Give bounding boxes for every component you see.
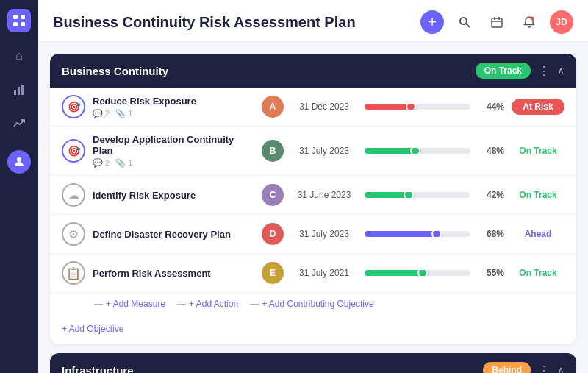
section-header-infrastructure: Infrastructure Behind ⋮ ∧: [50, 353, 576, 373]
progress-pct-1: 48%: [478, 146, 504, 156]
obj-avatar-4: E: [262, 262, 284, 284]
obj-status-2: On Track: [512, 187, 564, 203]
header-actions: + JD: [420, 10, 573, 34]
progress-pct-2: 42%: [478, 190, 504, 200]
objective-row-4: 📋 Perform Risk Assessment E 31 July 2021…: [50, 254, 576, 293]
obj-date-1: 31 July 2023: [291, 146, 357, 156]
progress-thumb-3: [431, 231, 442, 237]
svg-rect-6: [21, 85, 24, 95]
add-objective-button[interactable]: + Add Objective: [50, 318, 576, 344]
section-more-menu[interactable]: ⋮: [538, 64, 550, 78]
obj-date-3: 31 July 2023: [291, 229, 357, 239]
section-collapse-infrastructure[interactable]: ∧: [557, 364, 564, 373]
calendar-button[interactable]: [485, 10, 509, 34]
progress-bar-fill-3: [365, 231, 437, 237]
obj-icon-4: 📋: [62, 261, 85, 285]
progress-pct-4: 55%: [478, 268, 504, 278]
add-links-row: — + Add Measure — + Add Action — + Add C…: [50, 293, 576, 318]
page-header: Business Continuity Risk Assessment Plan…: [38, 0, 588, 42]
svg-rect-1: [21, 15, 25, 19]
progress-bar-bg-2: [365, 192, 470, 198]
page-title: Business Continuity Risk Assessment Plan: [53, 14, 356, 31]
objective-row-1: 🎯 Develop Application Continuity Plan 💬 …: [50, 127, 576, 176]
obj-name-4: Perform Risk Assessment: [93, 268, 254, 279]
add-measure-link[interactable]: — + Add Measure: [94, 299, 165, 309]
section-more-infrastructure[interactable]: ⋮: [538, 363, 550, 374]
svg-point-7: [17, 157, 21, 162]
sidebar: ⌂: [0, 0, 38, 373]
obj-status-4: On Track: [512, 265, 564, 281]
progress-thumb-0: [406, 104, 416, 110]
progress-bar-fill-4: [365, 270, 423, 276]
obj-info-4: Perform Risk Assessment: [93, 268, 254, 279]
obj-meta-0: 💬 2📎 1: [93, 109, 254, 118]
objective-row-0: 🎯 Reduce Risk Exposure 💬 2📎 1 A 31 Dec 2…: [50, 88, 576, 127]
progress-bar-bg-1: [365, 148, 470, 154]
svg-rect-4: [14, 90, 16, 95]
progress-container-4: [365, 270, 470, 276]
obj-avatar-0: A: [262, 96, 284, 118]
svg-rect-2: [13, 22, 18, 26]
objective-row-3: ⚙ Define Disaster Recovery Plan D 31 Jul…: [50, 215, 576, 254]
add-action-link[interactable]: — + Add Action: [177, 299, 238, 309]
section-collapse-button[interactable]: ∧: [557, 65, 564, 77]
section-status-badge: On Track: [476, 63, 531, 79]
section-title-business-continuity: Business Continuity: [62, 65, 168, 77]
obj-icon-2: ☁: [62, 183, 85, 207]
section-infrastructure: Infrastructure Behind ⋮ ∧: [50, 353, 576, 373]
svg-rect-10: [492, 18, 502, 27]
main-area: Business Continuity Risk Assessment Plan…: [38, 0, 588, 373]
obj-avatar-1: B: [262, 140, 284, 162]
section-status-infrastructure: Behind: [483, 362, 531, 373]
content-area: Business Continuity On Track ⋮ ∧ 🎯 Reduc…: [38, 42, 588, 373]
objective-row-2: ☁ Identify Risk Exposure C 31 June 2023 …: [50, 176, 576, 215]
svg-point-8: [460, 18, 467, 24]
sidebar-item-chart[interactable]: [9, 79, 29, 100]
user-avatar[interactable]: JD: [550, 10, 573, 34]
obj-info-2: Identify Risk Exposure: [93, 190, 254, 201]
obj-info-0: Reduce Risk Exposure 💬 2📎 1: [93, 96, 254, 118]
obj-info-3: Define Disaster Recovery Plan: [93, 229, 254, 240]
obj-icon-3: ⚙: [62, 222, 85, 246]
progress-bar-fill-1: [365, 148, 415, 154]
obj-date-4: 31 July 2021: [291, 268, 357, 278]
progress-thumb-4: [417, 270, 428, 276]
section-title-infrastructure: Infrastructure: [62, 364, 134, 374]
svg-line-9: [467, 24, 470, 28]
add-contributing-link[interactable]: — + Add Contributing Objective: [250, 299, 373, 309]
progress-bar-bg-3: [365, 231, 470, 237]
sidebar-logo[interactable]: [7, 9, 31, 32]
svg-rect-3: [21, 22, 25, 26]
progress-container-0: [365, 104, 470, 110]
obj-name-2: Identify Risk Exposure: [93, 190, 254, 201]
obj-name-0: Reduce Risk Exposure: [93, 96, 254, 107]
obj-status-3: Ahead: [512, 226, 564, 242]
obj-status-0: At Risk: [512, 99, 564, 115]
section-business-continuity: Business Continuity On Track ⋮ ∧ 🎯 Reduc…: [50, 54, 576, 344]
search-button[interactable]: [453, 10, 476, 34]
obj-name-1: Develop Application Continuity Plan: [93, 134, 254, 156]
svg-rect-5: [18, 87, 20, 95]
sidebar-item-person[interactable]: [7, 150, 31, 174]
progress-container-2: [365, 192, 470, 198]
obj-avatar-2: C: [262, 184, 284, 206]
svg-point-14: [531, 17, 534, 21]
progress-pct-0: 44%: [478, 102, 504, 112]
add-button[interactable]: +: [420, 10, 444, 34]
obj-date-0: 31 Dec 2023: [291, 102, 357, 112]
obj-avatar-3: D: [262, 223, 284, 245]
progress-thumb-2: [404, 192, 414, 198]
progress-bar-fill-2: [365, 192, 409, 198]
sidebar-item-trend[interactable]: [9, 113, 29, 134]
progress-pct-3: 68%: [478, 229, 504, 239]
svg-rect-0: [13, 15, 18, 19]
obj-meta-1: 💬 2📎 1: [93, 158, 254, 168]
notification-button[interactable]: [517, 10, 541, 34]
obj-date-2: 31 June 2023: [291, 190, 357, 200]
progress-bar-bg-0: [365, 104, 470, 110]
progress-bar-bg-4: [365, 270, 470, 276]
progress-container-1: [365, 148, 470, 154]
obj-icon-1: 🎯: [62, 139, 85, 163]
section-header-business-continuity: Business Continuity On Track ⋮ ∧: [50, 54, 576, 88]
sidebar-item-home[interactable]: ⌂: [9, 46, 29, 66]
